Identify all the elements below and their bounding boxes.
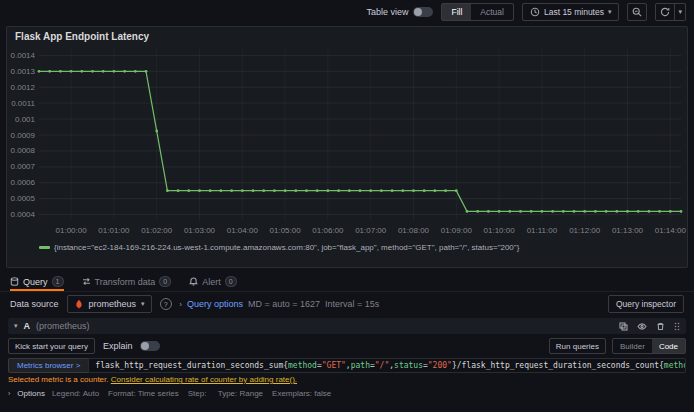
refresh-interval-dropdown[interactable]: ▾ — [675, 3, 686, 21]
legend-series-label[interactable]: {instance="ec2-184-169-216-224.us-west-1… — [54, 243, 519, 252]
builder-mode-button[interactable]: Builder — [613, 339, 652, 353]
metrics-browser-button[interactable]: Metrics browser > — [8, 358, 88, 373]
svg-text:01:08:00: 01:08:00 — [398, 226, 430, 235]
svg-text:0.0007: 0.0007 — [11, 162, 36, 171]
svg-text:0.001: 0.001 — [15, 115, 36, 124]
promql-editor-row: Metrics browser > flask_http_request_dur… — [8, 358, 686, 373]
kick-start-button[interactable]: Kick start your query — [8, 338, 95, 354]
explain-label: Explain — [103, 341, 133, 351]
chevron-down-icon: ▾ — [678, 8, 682, 16]
zoom-out-button[interactable] — [627, 3, 647, 21]
svg-text:0.0006: 0.0006 — [11, 178, 36, 187]
code-mode-button[interactable]: Code — [652, 339, 685, 353]
svg-text:0.0011: 0.0011 — [11, 99, 35, 108]
svg-text:01:10:00: 01:10:00 — [484, 226, 516, 235]
svg-text:0.0012: 0.0012 — [11, 83, 36, 92]
chevron-down-icon: ▾ — [141, 300, 145, 308]
clock-icon — [530, 7, 540, 17]
table-view-label: Table view — [366, 7, 408, 17]
query-datasource-hint: (prometheus) — [36, 321, 90, 331]
counter-warning: Selected metric is a counter. Consider c… — [8, 375, 686, 385]
query-inspector-button[interactable]: Query inspector — [608, 295, 684, 313]
svg-text:0.0014: 0.0014 — [11, 51, 36, 60]
time-range-label: Last 15 minutes — [544, 7, 604, 17]
bottom-pane-tabs: Query 1 Transform data 0 Alert 0 — [0, 272, 694, 292]
svg-text:01:11:00: 01:11:00 — [527, 226, 558, 235]
datasource-help-icon[interactable]: ? — [160, 298, 172, 310]
svg-text:0.0004: 0.0004 — [11, 210, 36, 219]
editor-toolbar: Table view Fill Actual Last 15 minutes ▾… — [0, 0, 694, 24]
legend-series-color — [39, 246, 50, 249]
query-row-actions — [619, 322, 680, 331]
run-queries-button[interactable]: Run queries — [549, 338, 606, 354]
duplicate-icon[interactable] — [619, 322, 628, 331]
tab-transform[interactable]: Transform data 0 — [82, 272, 172, 291]
timeseries-chart[interactable]: 0.00040.00050.00060.00070.00080.00090.00… — [7, 43, 687, 243]
display-mode-group: Fill Actual — [441, 3, 513, 21]
query-editor-section: ▾ A (prometheus) Kick start your query E… — [8, 318, 686, 398]
editor-mode-group: Builder Code — [612, 338, 686, 354]
svg-text:01:01:00: 01:01:00 — [98, 226, 130, 235]
chevron-down-icon: ▾ — [608, 8, 612, 16]
svg-text:01:09:00: 01:09:00 — [441, 226, 473, 235]
time-range-picker[interactable]: Last 15 minutes ▾ — [522, 3, 620, 21]
options-summary: Legend: AutoFormat: Time seriesStep: Typ… — [52, 389, 340, 398]
datasource-name: prometheus — [89, 299, 137, 309]
svg-text:0.0013: 0.0013 — [11, 67, 36, 76]
fill-button[interactable]: Fill — [442, 4, 471, 20]
tab-query-count: 1 — [52, 276, 64, 287]
tab-transform-count: 0 — [159, 276, 171, 287]
drag-handle-icon[interactable] — [674, 322, 680, 331]
refresh-button[interactable] — [655, 3, 675, 21]
interval-summary: Interval = 15s — [325, 299, 379, 309]
switch-knob — [414, 8, 422, 16]
actual-button[interactable]: Actual — [471, 4, 513, 20]
tab-query[interactable]: Query 1 — [10, 272, 64, 291]
refresh-split-button: ▾ — [655, 3, 686, 21]
warning-text: Selected metric is a counter. — [8, 375, 109, 384]
svg-text:01:00:00: 01:00:00 — [56, 226, 88, 235]
bell-icon — [189, 277, 198, 286]
panel-flask-latency: Flask App Endpoint Latency 0.00040.00050… — [6, 26, 688, 268]
tab-transform-label: Transform data — [95, 277, 156, 287]
tab-alert-label: Alert — [202, 277, 221, 287]
query-options-row: › Options Legend: AutoFormat: Time serie… — [8, 388, 686, 398]
svg-text:0.0009: 0.0009 — [11, 131, 36, 140]
datasource-label: Data source — [10, 299, 59, 309]
zoom-out-icon — [632, 7, 642, 17]
options-label[interactable]: Options — [17, 389, 45, 398]
tab-query-label: Query — [23, 277, 48, 287]
tab-alert[interactable]: Alert 0 — [189, 272, 237, 291]
warning-rate-link[interactable]: Consider calculating rate of counter by … — [111, 375, 297, 384]
query-options-toggle[interactable]: › Query options MD = auto = 1627 Interva… — [180, 299, 380, 309]
promql-code-input[interactable]: flask_http_request_duration_seconds_sum{… — [88, 358, 686, 373]
query-row-header[interactable]: ▾ A (prometheus) — [8, 318, 686, 334]
query-ref-id: A — [24, 321, 31, 331]
svg-text:01:03:00: 01:03:00 — [184, 226, 216, 235]
chevron-right-icon: › — [180, 301, 182, 308]
query-toolbar: Kick start your query Explain Run querie… — [8, 338, 686, 354]
datasource-bar: Data source prometheus ▾ ? › Query optio… — [0, 292, 694, 316]
table-view-switch[interactable] — [413, 7, 433, 17]
chevron-right-icon: › — [8, 390, 10, 397]
collapse-icon[interactable]: ▾ — [14, 322, 18, 330]
svg-text:0.0005: 0.0005 — [11, 194, 36, 203]
chart-legend[interactable]: {instance="ec2-184-169-216-224.us-west-1… — [39, 243, 681, 252]
query-toolbar-right: Run queries Builder Code — [549, 338, 686, 354]
svg-text:01:13:00: 01:13:00 — [612, 226, 644, 235]
eye-icon[interactable] — [637, 322, 647, 331]
svg-text:01:02:00: 01:02:00 — [141, 226, 173, 235]
svg-text:01:06:00: 01:06:00 — [312, 226, 344, 235]
table-view-group: Table view — [366, 7, 433, 17]
refresh-icon — [660, 7, 670, 17]
query-options-summary: MD = auto = 1627 — [248, 299, 320, 309]
svg-text:01:07:00: 01:07:00 — [355, 226, 387, 235]
database-icon — [10, 277, 19, 286]
trash-icon[interactable] — [656, 322, 665, 331]
transform-icon — [82, 277, 91, 286]
svg-text:01:12:00: 01:12:00 — [569, 226, 601, 235]
tab-alert-count: 0 — [225, 276, 237, 287]
datasource-picker[interactable]: prometheus ▾ — [67, 295, 152, 313]
panel-title: Flask App Endpoint Latency — [7, 27, 687, 43]
explain-switch[interactable] — [140, 341, 160, 351]
